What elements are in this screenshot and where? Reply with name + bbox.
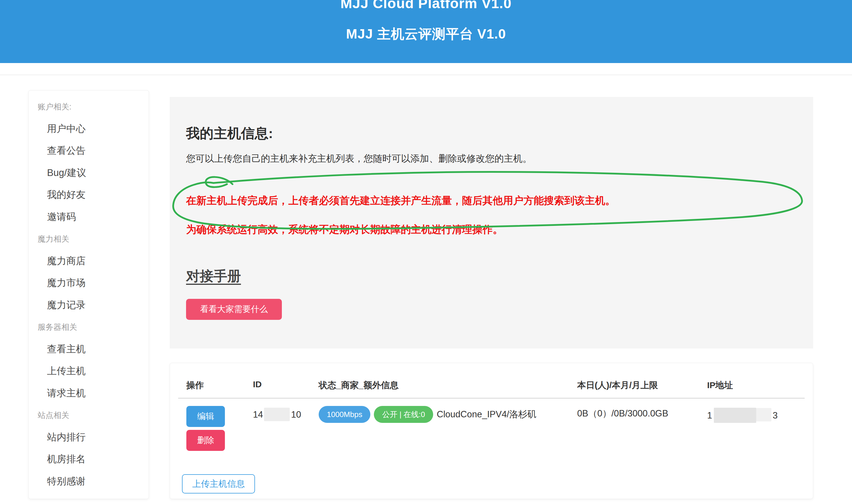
id-redaction-box <box>264 408 290 421</box>
sidebar-item-my-friends[interactable]: 我的好友 <box>29 184 149 206</box>
sidebar-item-bug-suggest[interactable]: Bug/建议 <box>29 162 149 184</box>
sidebar-item-user-center[interactable]: 用户中心 <box>29 118 149 140</box>
status-badge: 公开 | 在线:0 <box>374 406 433 423</box>
warning-text-line1: 在新主机上传完成后，上传者必须首先建立连接并产生流量，随后其他用户方能搜索到该主… <box>186 194 797 207</box>
page-title: 我的主机信息: <box>186 97 797 142</box>
speed-badge: 1000Mbps <box>319 406 370 423</box>
header-divider <box>0 74 852 75</box>
sidebar-section-site: 站点相关 <box>29 404 149 426</box>
integration-manual-link[interactable]: 对接手册 <box>186 268 241 284</box>
table-header-row: 操作 ID 状态_商家_额外信息 本日(人)/本月/月上限 IP地址 <box>178 363 805 399</box>
sidebar-item-magic-shop[interactable]: 魔力商店 <box>29 250 149 272</box>
ip-address-cell: 13 <box>707 408 805 425</box>
host-name: CloudCone_IPV4/洛杉矶 <box>437 406 536 423</box>
my-hosts-table-card: 操作 ID 状态_商家_额外信息 本日(人)/本月/月上限 IP地址 编辑 删除… <box>170 363 813 499</box>
operations-cell: 编辑 删除 <box>186 406 225 451</box>
sidebar-item-announcements[interactable]: 查看公告 <box>29 140 149 162</box>
col-header-operations: 操作 <box>186 379 253 391</box>
ip-prefix: 1 <box>707 410 712 420</box>
col-header-traffic: 本日(人)/本月/月上限 <box>577 379 707 391</box>
sidebar-item-special-thanks[interactable]: 特别感谢 <box>29 470 149 492</box>
upload-host-info-button[interactable]: 上传主机信息 <box>182 474 255 493</box>
app-title-english: MJJ Cloud Platform V1.0 <box>0 0 852 12</box>
sidebar-item-upload-host[interactable]: 上传主机 <box>29 360 149 382</box>
col-header-status: 状态_商家_额外信息 <box>319 379 577 391</box>
sidebar-item-request-host[interactable]: 请求主机 <box>29 382 149 404</box>
ip-redaction-box-2 <box>756 408 771 421</box>
col-header-ip: IP地址 <box>707 379 805 391</box>
sidebar-section-magic: 魔力相关 <box>29 228 149 250</box>
col-header-id: ID <box>253 379 319 391</box>
sidebar: 账户相关: 用户中心 查看公告 Bug/建议 我的好友 邀请码 魔力相关 魔力商… <box>28 90 149 499</box>
sidebar-item-view-hosts[interactable]: 查看主机 <box>29 338 149 360</box>
page-description: 您可以上传您自己的主机来补充主机列表，您随时可以添加、删除或修改您的主机。 <box>186 152 797 164</box>
host-id-cell: 1410 <box>253 408 319 423</box>
sidebar-item-magic-market[interactable]: 魔力市场 <box>29 272 149 294</box>
traffic-cell: 0B（0）/0B/3000.0GB <box>577 408 707 419</box>
delete-button[interactable]: 删除 <box>186 430 225 451</box>
ip-redaction-box-1 <box>714 408 756 423</box>
edit-button[interactable]: 编辑 <box>186 406 225 427</box>
warning-text-line2: 为确保系统运行高效，系统将不定期对长期故障的主机进行清理操作。 <box>186 223 797 236</box>
status-cell: 1000Mbps 公开 | 在线:0 CloudCone_IPV4/洛杉矶 <box>319 406 577 423</box>
sidebar-item-invite-code[interactable]: 邀请码 <box>29 206 149 228</box>
see-demands-button[interactable]: 看看大家需要什么 <box>186 299 282 320</box>
sidebar-item-dc-ranking[interactable]: 机房排名 <box>29 448 149 470</box>
host-id-prefix: 14 <box>253 410 263 420</box>
app-header: MJJ Cloud Platform V1.0 MJJ 主机云评测平台 V1.0 <box>0 0 852 63</box>
table-row: 编辑 删除 1410 1000Mbps 公开 | 在线:0 CloudCone_… <box>178 399 805 451</box>
sidebar-section-account: 账户相关: <box>29 96 149 118</box>
ip-suffix: 3 <box>772 410 778 420</box>
host-id-suffix: 10 <box>291 410 301 420</box>
my-host-info-panel: 我的主机信息: 您可以上传您自己的主机来补充主机列表，您随时可以添加、删除或修改… <box>170 97 813 348</box>
sidebar-section-server: 服务器相关 <box>29 316 149 338</box>
app-title-chinese: MJJ 主机云评测平台 V1.0 <box>0 26 852 42</box>
sidebar-item-site-ranking[interactable]: 站内排行 <box>29 426 149 449</box>
sidebar-item-magic-records[interactable]: 魔力记录 <box>29 294 149 316</box>
